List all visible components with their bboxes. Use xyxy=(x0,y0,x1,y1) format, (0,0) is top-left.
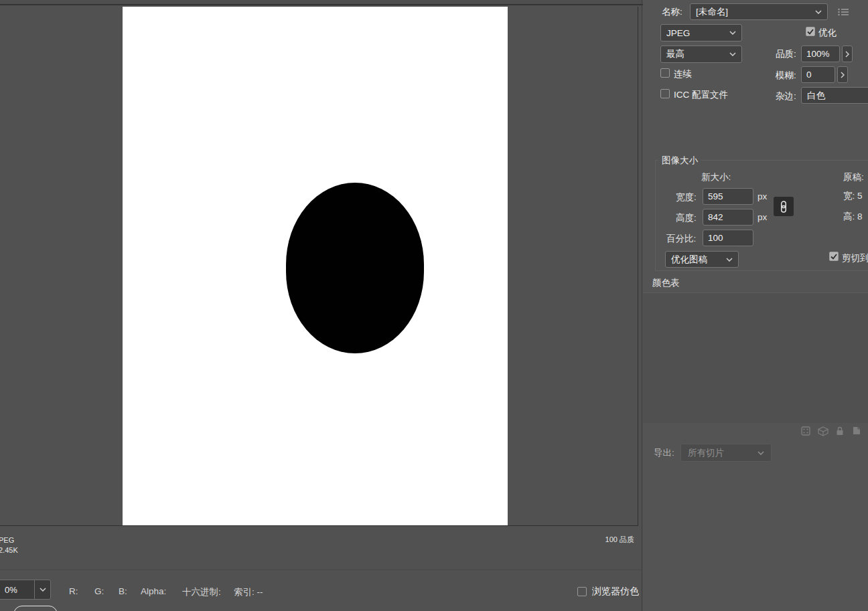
zoom-level-value: 0% xyxy=(0,585,34,595)
browser-dither-label: 浏览器仿色 xyxy=(592,586,639,598)
link-dimensions-toggle[interactable] xyxy=(774,197,794,216)
clip-to-artboard-checkbox[interactable] xyxy=(829,252,839,261)
hex-label: 十六进制: xyxy=(182,586,221,598)
name-label: 名称: xyxy=(662,6,682,18)
check-icon xyxy=(807,29,814,35)
export-label: 导出: xyxy=(654,447,674,459)
height-input[interactable]: 842 xyxy=(703,209,753,226)
chevron-down-icon xyxy=(726,258,733,262)
zoom-level-select[interactable]: 0% xyxy=(0,580,51,600)
blur-input[interactable]: 0 xyxy=(801,66,835,83)
clip-to-artboard-label: 剪切到 xyxy=(842,252,868,264)
save-for-web-dialog: PEG 2.45K 100 品质 0% R: G: B: Alpha: 十六进制… xyxy=(0,0,868,611)
icc-profile-label: ICC 配置文件 xyxy=(674,89,728,101)
name-value: [未命名] xyxy=(696,6,728,18)
name-select[interactable]: [未命名] xyxy=(690,3,828,20)
matte-value: 白色 xyxy=(807,90,825,102)
image-size-group: 图像大小 新大小: 原稿: 宽度: 595 px 宽: 5 高度: 842 px… xyxy=(655,160,868,271)
percent-value: 100 xyxy=(708,233,723,243)
preview-format-note: PEG xyxy=(0,536,14,545)
quality-input[interactable]: 100% xyxy=(801,46,840,62)
chevron-down-icon xyxy=(729,52,736,56)
preview-pane[interactable] xyxy=(0,7,638,526)
page-icon[interactable] xyxy=(852,426,861,435)
settings-panel: 名称: [未命名] JPEG 优化 最高 品质: 100% 连续 xyxy=(643,0,868,611)
quality-value: 100% xyxy=(806,49,830,59)
progressive-label: 连续 xyxy=(674,68,692,80)
alpha-label: Alpha: xyxy=(141,586,166,596)
color-table-title: 颜色表 xyxy=(652,277,680,289)
browser-dither-checkbox[interactable]: 浏览器仿色 xyxy=(577,586,639,598)
g-label: G: xyxy=(94,586,104,596)
dither-icon[interactable] xyxy=(801,426,810,436)
image-size-title: 图像大小 xyxy=(658,155,701,167)
panel-divider xyxy=(642,0,642,611)
check-icon xyxy=(830,254,837,260)
blur-slider-popout[interactable] xyxy=(837,66,848,83)
preview-filesize-note: 2.45K xyxy=(0,546,18,555)
width-input[interactable]: 595 xyxy=(703,188,753,205)
export-value: 所有切片 xyxy=(688,447,724,459)
r-label: R: xyxy=(69,586,78,596)
icc-profile-checkbox[interactable] xyxy=(660,89,670,98)
quality-label: 品质: xyxy=(776,48,796,60)
quality-slider-popout[interactable] xyxy=(842,46,853,62)
original-width: 宽: 5 xyxy=(843,190,863,202)
chevron-right-icon xyxy=(841,72,845,78)
percent-input[interactable]: 100 xyxy=(703,230,753,246)
preview-quality-note: 100 品质 xyxy=(605,535,634,544)
statusbar-divider xyxy=(0,570,642,570)
art-optimized-select[interactable]: 优化图稿 xyxy=(665,251,739,268)
chevron-down-icon xyxy=(815,10,822,14)
preview-button-partial[interactable] xyxy=(13,606,58,611)
original-label: 原稿: xyxy=(843,171,864,183)
percent-label: 百分比: xyxy=(666,233,696,245)
width-value: 595 xyxy=(708,191,723,201)
b-label: B: xyxy=(119,586,127,596)
checkbox-unchecked[interactable] xyxy=(577,587,587,596)
cube-icon[interactable] xyxy=(818,426,828,436)
chevron-right-icon xyxy=(845,51,849,58)
format-select[interactable]: JPEG xyxy=(660,24,742,41)
blur-value: 0 xyxy=(806,70,812,80)
height-value: 842 xyxy=(708,212,723,222)
chevron-down-icon xyxy=(757,451,764,455)
chevron-down-icon xyxy=(34,580,50,599)
original-height: 高: 8 xyxy=(843,211,863,223)
width-unit: px xyxy=(757,191,767,201)
lock-icon[interactable] xyxy=(836,426,844,436)
blur-label: 模糊: xyxy=(776,70,796,82)
optimize-checkbox[interactable] xyxy=(806,27,815,36)
new-size-label: 新大小: xyxy=(701,171,731,183)
artboard xyxy=(123,7,508,525)
format-value: JPEG xyxy=(666,28,690,38)
color-table-area[interactable] xyxy=(643,293,868,423)
art-optimized-value: 优化图稿 xyxy=(671,254,707,266)
chevron-down-icon xyxy=(729,31,736,35)
link-icon xyxy=(779,201,788,213)
height-unit: px xyxy=(757,212,767,222)
matte-select[interactable]: 白色 xyxy=(801,87,868,104)
quality-preset-value: 最高 xyxy=(666,48,684,60)
list-icon[interactable] xyxy=(838,8,849,16)
export-select[interactable]: 所有切片 xyxy=(680,444,772,462)
black-oval-shape xyxy=(286,183,424,353)
width-label: 宽度: xyxy=(676,191,697,203)
optimize-label: 优化 xyxy=(818,27,837,39)
index-label: 索引: -- xyxy=(234,586,263,598)
progressive-checkbox[interactable] xyxy=(660,68,670,78)
matte-label: 杂边: xyxy=(776,90,796,102)
height-label: 高度: xyxy=(676,212,697,224)
quality-preset-select[interactable]: 最高 xyxy=(660,46,742,63)
